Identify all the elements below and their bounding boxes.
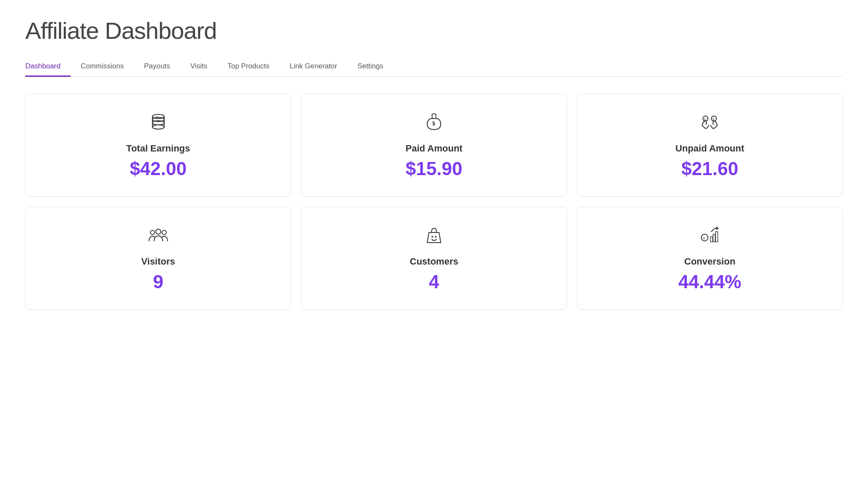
svg-text:$: $ <box>156 116 158 118</box>
visitors-label: Visitors <box>141 256 175 267</box>
svg-point-8 <box>152 114 164 119</box>
chart-growth-icon: $ <box>699 224 721 249</box>
svg-rect-26 <box>716 232 718 242</box>
card-paid-amount: $ Paid Amount $15.90 <box>301 94 567 197</box>
stats-grid: $ Total Earnings $42.00 $ Paid Amount $1… <box>25 94 843 310</box>
svg-point-18 <box>150 230 155 235</box>
svg-point-20 <box>431 236 433 238</box>
tab-navigation: Dashboard Commissions Payouts Visits Top… <box>25 57 843 77</box>
visitors-value: 9 <box>153 271 163 292</box>
tab-top-products[interactable]: Top Products <box>217 57 279 77</box>
conversion-label: Conversion <box>684 256 735 267</box>
svg-text:$: $ <box>704 118 706 121</box>
svg-text:$: $ <box>713 118 714 121</box>
money-bag-icon: $ <box>423 111 445 136</box>
svg-point-0 <box>152 125 164 129</box>
card-unpaid-amount: $ $ Unpaid Amount $21.60 <box>577 94 843 197</box>
tab-payouts[interactable]: Payouts <box>134 57 180 77</box>
tab-dashboard[interactable]: Dashboard <box>25 57 71 77</box>
paid-amount-label: Paid Amount <box>406 143 463 154</box>
total-earnings-label: Total Earnings <box>126 143 190 154</box>
customers-label: Customers <box>410 256 458 267</box>
card-visitors: Visitors 9 <box>25 207 291 310</box>
card-customers: Customers 4 <box>301 207 567 310</box>
svg-rect-25 <box>713 234 715 242</box>
svg-rect-24 <box>711 237 713 242</box>
tab-visits[interactable]: Visits <box>180 57 217 77</box>
customers-value: 4 <box>429 271 439 292</box>
tab-link-generator[interactable]: Link Generator <box>279 57 347 77</box>
svg-point-17 <box>156 229 161 234</box>
card-total-earnings: $ Total Earnings $42.00 <box>25 94 291 197</box>
page-title: Affiliate Dashboard <box>25 17 843 44</box>
paid-amount-value: $15.90 <box>406 158 463 179</box>
unpaid-amount-value: $21.60 <box>681 158 738 179</box>
card-conversion: $ Conversion 44.44% <box>577 207 843 310</box>
svg-text:$: $ <box>703 236 705 240</box>
svg-point-21 <box>435 236 437 238</box>
hands-money-icon: $ $ <box>699 111 721 136</box>
shopping-bag-happy-icon <box>423 224 445 249</box>
total-earnings-value: $42.00 <box>130 158 187 179</box>
unpaid-amount-label: Unpaid Amount <box>675 143 744 154</box>
conversion-value: 44.44% <box>678 271 741 292</box>
svg-point-19 <box>162 230 166 235</box>
group-people-icon <box>147 224 169 249</box>
tab-settings[interactable]: Settings <box>347 57 393 77</box>
svg-text:$: $ <box>432 121 435 127</box>
tab-commissions[interactable]: Commissions <box>71 57 134 77</box>
money-stack-icon: $ <box>147 111 169 136</box>
